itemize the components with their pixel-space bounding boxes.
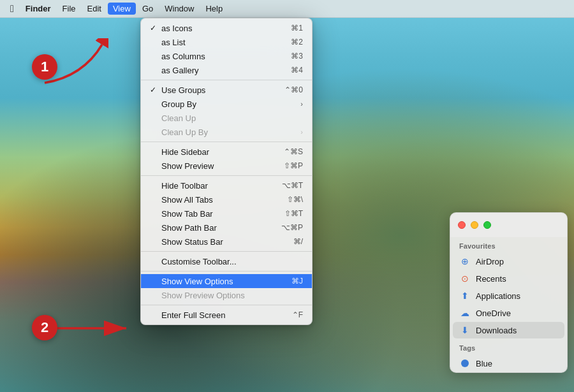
menu-label-as-columns: as Columns bbox=[161, 52, 205, 61]
menubar-finder[interactable]: Finder bbox=[20, 3, 56, 15]
shortcut-as-gallery: ⌘4 bbox=[291, 66, 303, 75]
separator-6 bbox=[141, 305, 312, 305]
shortcut-hide-sidebar: ⌃⌘S bbox=[284, 147, 303, 156]
traffic-light-close[interactable] bbox=[458, 221, 466, 229]
menu-item-clean-up: Clean Up bbox=[141, 111, 312, 125]
menu-item-use-groups[interactable]: ✓ Use Groups ⌃⌘0 bbox=[141, 83, 312, 97]
menu-label-hide-sidebar: Hide Sidebar bbox=[161, 147, 209, 157]
menu-item-group-by[interactable]: Group By › bbox=[141, 97, 312, 111]
menu-item-show-tab-bar[interactable]: Show Tab Bar ⇧⌘T bbox=[141, 207, 312, 221]
menu-item-as-columns[interactable]: as Columns ⌘3 bbox=[141, 49, 312, 63]
menubar-help[interactable]: Help bbox=[200, 3, 228, 15]
menu-label-clean-up: Clean Up bbox=[161, 113, 196, 123]
apple-menu[interactable]:  bbox=[5, 2, 19, 16]
menubar-edit[interactable]: Edit bbox=[82, 3, 107, 15]
menu-item-customise-toolbar[interactable]: Customise Toolbar... bbox=[141, 254, 312, 268]
sidebar-label-onedrive: OneDrive bbox=[476, 309, 511, 318]
annotation-2: 2 bbox=[32, 315, 57, 340]
view-menu-dropdown: ✓ as Icons ⌘1 as List ⌘2 as Columns ⌘3 a… bbox=[140, 18, 313, 325]
menu-label-group-by: Group By bbox=[161, 99, 196, 109]
separator-3 bbox=[141, 175, 312, 176]
menu-item-as-list[interactable]: as List ⌘2 bbox=[141, 35, 312, 49]
sidebar-item-airdrop[interactable]: ⊕ AirDrop bbox=[453, 253, 564, 270]
checkmark-icons: ✓ bbox=[150, 24, 159, 33]
menu-item-show-preview[interactable]: Show Preview ⇧⌘P bbox=[141, 159, 312, 173]
submenu-arrow-group-by: › bbox=[300, 100, 303, 108]
menu-label-show-preview: Show Preview bbox=[161, 161, 214, 171]
onedrive-icon: ☁ bbox=[459, 307, 471, 319]
applications-icon: ⬆ bbox=[459, 290, 471, 301]
separator-2 bbox=[141, 142, 312, 142]
menu-item-show-path-bar[interactable]: Show Path Bar ⌥⌘P bbox=[141, 221, 312, 235]
submenu-arrow-clean-up-by: › bbox=[300, 128, 303, 136]
shortcut-hide-toolbar: ⌥⌘T bbox=[282, 181, 303, 190]
menu-item-show-all-tabs[interactable]: Show All Tabs ⇧⌘\ bbox=[141, 192, 312, 207]
separator-1 bbox=[141, 80, 312, 80]
sidebar-label-recents: Recents bbox=[476, 274, 506, 284]
downloads-icon: ⬇ bbox=[459, 324, 471, 336]
menubar:  Finder File Edit View Go Window Help bbox=[0, 0, 574, 18]
sidebar-item-recents[interactable]: ⊙ Recents bbox=[453, 270, 564, 287]
menu-label-customise-toolbar: Customise Toolbar... bbox=[161, 257, 237, 266]
menubar-window[interactable]: Window bbox=[159, 3, 199, 15]
svg-point-1 bbox=[461, 359, 469, 367]
menu-label-show-status-bar: Show Status Bar bbox=[161, 237, 223, 247]
shortcut-as-columns: ⌘3 bbox=[291, 52, 303, 61]
menubar-go[interactable]: Go bbox=[137, 3, 158, 15]
menu-label-hide-toolbar: Hide Toolbar bbox=[161, 181, 208, 191]
sidebar-item-downloads[interactable]: ⬇ Downloads bbox=[453, 322, 564, 338]
tags-section-label: Tags bbox=[450, 339, 567, 354]
traffic-light-maximize[interactable] bbox=[483, 221, 491, 229]
shortcut-show-all-tabs: ⇧⌘\ bbox=[287, 195, 303, 204]
sidebar-label-airdrop: AirDrop bbox=[476, 257, 504, 266]
menu-item-show-preview-options: Show Preview Options bbox=[141, 288, 312, 302]
separator-5 bbox=[141, 271, 312, 272]
sidebar-label-tag-blue: Blue bbox=[476, 359, 492, 368]
sidebar-item-tag-blue[interactable]: Blue bbox=[453, 355, 564, 372]
shortcut-show-tab-bar: ⇧⌘T bbox=[284, 209, 303, 218]
menu-item-hide-toolbar[interactable]: Hide Toolbar ⌥⌘T bbox=[141, 178, 312, 192]
menu-item-enter-full-screen[interactable]: Enter Full Screen ⌃F bbox=[141, 308, 312, 322]
separator-4 bbox=[141, 251, 312, 252]
menu-label-show-view-options: Show View Options bbox=[161, 277, 233, 286]
menu-label-show-tab-bar: Show Tab Bar bbox=[161, 209, 213, 219]
shortcut-show-path-bar: ⌥⌘P bbox=[281, 223, 303, 232]
menu-label-as-list: as List bbox=[161, 38, 186, 47]
recents-icon: ⊙ bbox=[459, 273, 471, 284]
menubar-view[interactable]: View bbox=[108, 3, 136, 15]
shortcut-show-preview: ⇧⌘P bbox=[284, 161, 303, 170]
shortcut-as-icons: ⌘1 bbox=[291, 24, 303, 33]
menu-label-use-groups: Use Groups bbox=[161, 85, 205, 95]
traffic-light-minimize[interactable] bbox=[471, 221, 478, 229]
menu-item-hide-sidebar[interactable]: Hide Sidebar ⌃⌘S bbox=[141, 145, 312, 159]
menu-label-show-preview-options: Show Preview Options bbox=[161, 291, 245, 300]
favourites-section-label: Favourites bbox=[450, 237, 567, 252]
finder-titlebar bbox=[450, 213, 567, 237]
menu-item-show-status-bar[interactable]: Show Status Bar ⌘/ bbox=[141, 235, 312, 249]
shortcut-show-status-bar: ⌘/ bbox=[293, 237, 303, 246]
menu-item-show-view-options[interactable]: Show View Options ⌘J bbox=[141, 274, 312, 288]
menu-label-clean-up-by: Clean Up By bbox=[161, 127, 208, 137]
finder-panel: Favourites ⊕ AirDrop ⊙ Recents ⬆ Applica… bbox=[450, 212, 568, 373]
sidebar-item-applications[interactable]: ⬆ Applications bbox=[453, 287, 564, 304]
menu-label-as-icons: as Icons bbox=[161, 24, 192, 33]
shortcut-show-view-options: ⌘J bbox=[291, 277, 303, 286]
menubar-file[interactable]: File bbox=[57, 3, 81, 15]
menu-label-as-gallery: as Gallery bbox=[161, 66, 199, 75]
menu-label-show-all-tabs: Show All Tabs bbox=[161, 195, 213, 205]
checkmark-use-groups: ✓ bbox=[150, 85, 159, 94]
menu-label-enter-full-screen: Enter Full Screen bbox=[161, 310, 225, 320]
menu-item-as-icons[interactable]: ✓ as Icons ⌘1 bbox=[141, 21, 312, 35]
sidebar-label-downloads: Downloads bbox=[476, 326, 517, 335]
shortcut-use-groups: ⌃⌘0 bbox=[284, 85, 303, 94]
airdrop-icon: ⊕ bbox=[459, 256, 471, 267]
sidebar-label-applications: Applications bbox=[476, 291, 520, 301]
sidebar-item-onedrive[interactable]: ☁ OneDrive bbox=[453, 305, 564, 321]
menu-item-clean-up-by: Clean Up By › bbox=[141, 125, 312, 139]
tag-blue-icon bbox=[459, 358, 471, 369]
menu-item-as-gallery[interactable]: as Gallery ⌘4 bbox=[141, 63, 312, 77]
annotation-1: 1 bbox=[32, 54, 57, 80]
menu-label-show-path-bar: Show Path Bar bbox=[161, 223, 217, 233]
shortcut-enter-full-screen: ⌃F bbox=[292, 310, 303, 319]
shortcut-as-list: ⌘2 bbox=[291, 38, 303, 47]
